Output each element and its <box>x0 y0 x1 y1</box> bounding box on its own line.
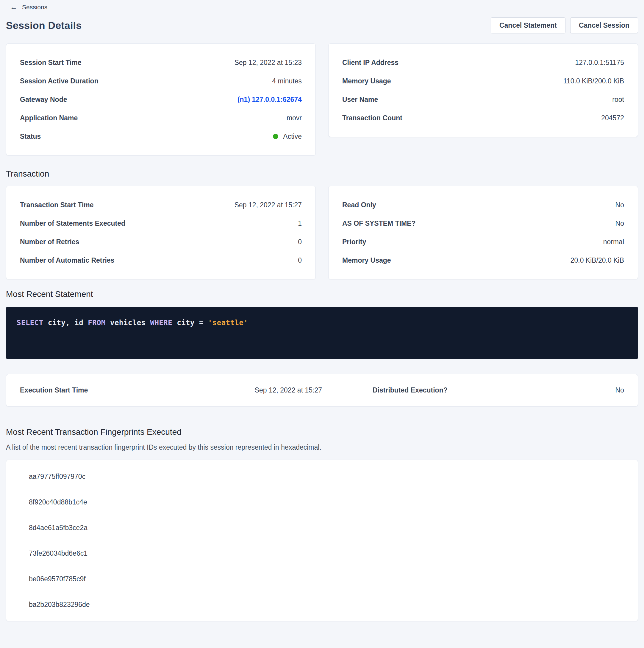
page-header: Session Details Cancel Statement Cancel … <box>6 17 638 33</box>
field-value: No <box>616 219 624 227</box>
sql-text: city = <box>172 319 208 327</box>
transaction-section-heading: Transaction <box>6 169 638 179</box>
session-info-card-left: Session Start Time Sep 12, 2022 at 15:23… <box>6 44 316 155</box>
table-row: Number of Retries 0 <box>20 232 302 251</box>
table-row: Memory Usage 110.0 KiB/200.0 KiB <box>342 72 624 90</box>
list-item: 8f920c40d88b1c4e <box>6 489 638 515</box>
field-value: root <box>612 96 624 104</box>
status-value: Active <box>283 132 302 141</box>
field-value: Sep 12, 2022 at 15:27 <box>165 386 322 394</box>
execution-info-card: Execution Start Time Sep 12, 2022 at 15:… <box>6 374 638 407</box>
field-label: Status <box>20 132 41 141</box>
sql-text: city, id <box>44 319 88 327</box>
field-value: No <box>616 201 624 209</box>
session-info-card-right: Client IP Address 127.0.0.1:51175 Memory… <box>328 44 638 137</box>
fingerprints-section-heading: Most Recent Transaction Fingerprints Exe… <box>6 427 638 437</box>
sql-statement-box: SELECT city, id FROM vehicles WHERE city… <box>6 307 638 359</box>
field-value: Sep 12, 2022 at 15:27 <box>235 201 302 209</box>
field-label: Priority <box>342 238 366 246</box>
field-label: Number of Statements Executed <box>20 219 125 227</box>
field-value: Sep 12, 2022 at 15:23 <box>235 59 302 67</box>
list-item: ba2b203b823296de <box>6 592 638 617</box>
cancel-statement-button[interactable]: Cancel Statement <box>491 17 566 33</box>
table-row: Gateway Node (n1) 127.0.0.1:62674 <box>20 90 302 109</box>
table-row: User Name root <box>342 90 624 109</box>
field-label: Memory Usage <box>342 256 391 264</box>
field-label: Number of Automatic Retries <box>20 256 114 264</box>
list-item: be06e9570f785c9f <box>6 566 638 592</box>
status-badge: Active <box>273 132 302 141</box>
page-title: Session Details <box>6 20 81 31</box>
table-row: Session Active Duration 4 minutes <box>20 72 302 90</box>
field-value: 20.0 KiB/20.0 KiB <box>571 256 624 264</box>
sql-string-literal: 'seattle' <box>208 319 248 327</box>
field-value: normal <box>603 238 624 246</box>
session-details-page: ← Sessions Session Details Cancel Statem… <box>0 0 644 630</box>
status-active-dot-icon <box>273 134 278 139</box>
field-label: Execution Start Time <box>20 386 165 394</box>
fingerprints-description: A list of the most recent transaction fi… <box>6 443 638 451</box>
table-row: Read Only No <box>342 196 624 214</box>
table-row: Memory Usage 20.0 KiB/20.0 KiB <box>342 251 624 270</box>
field-label: Application Name <box>20 114 78 122</box>
transaction-info-card-left: Transaction Start Time Sep 12, 2022 at 1… <box>6 186 316 279</box>
transaction-info-card-right: Read Only No AS OF SYSTEM TIME? No Prior… <box>328 186 638 279</box>
field-value: 110.0 KiB/200.0 KiB <box>563 77 624 85</box>
cancel-session-button[interactable]: Cancel Session <box>570 17 638 33</box>
sql-keyword: FROM <box>88 319 106 327</box>
table-row: Number of Automatic Retries 0 <box>20 251 302 270</box>
header-actions: Cancel Statement Cancel Session <box>491 17 638 33</box>
transaction-summary-row: Transaction Start Time Sep 12, 2022 at 1… <box>6 186 638 279</box>
field-label: AS OF SYSTEM TIME? <box>342 219 416 227</box>
field-value: 0 <box>298 256 302 264</box>
field-label: User Name <box>342 96 378 104</box>
table-row: Priority normal <box>342 232 624 251</box>
table-row: Transaction Start Time Sep 12, 2022 at 1… <box>20 196 302 214</box>
field-value: 0 <box>298 238 302 246</box>
back-to-sessions-link[interactable]: ← Sessions <box>6 3 49 11</box>
arrow-left-icon: ← <box>10 4 17 11</box>
field-value: 1 <box>298 219 302 227</box>
table-row: Session Start Time Sep 12, 2022 at 15:23 <box>20 53 302 72</box>
fingerprints-list-card: aa79775ff097970c 8f920c40d88b1c4e 8d4ae6… <box>6 460 638 621</box>
field-label: Session Active Duration <box>20 77 99 85</box>
most-recent-statement-heading: Most Recent Statement <box>6 289 638 299</box>
field-label: Read Only <box>342 201 376 209</box>
table-row: AS OF SYSTEM TIME? No <box>342 214 624 232</box>
field-label: Distributed Execution? <box>322 386 516 394</box>
table-row: Status Active <box>20 127 302 146</box>
table-row: Transaction Count 204572 <box>342 109 624 127</box>
field-label: Memory Usage <box>342 77 391 85</box>
session-summary-row: Session Start Time Sep 12, 2022 at 15:23… <box>6 44 638 155</box>
field-value: No <box>516 386 624 394</box>
gateway-node-link[interactable]: (n1) 127.0.0.1:62674 <box>237 96 302 104</box>
field-label: Number of Retries <box>20 238 79 246</box>
field-label: Gateway Node <box>20 96 67 104</box>
field-value: 4 minutes <box>272 77 302 85</box>
sql-keyword: WHERE <box>150 319 173 327</box>
sql-text: vehicles <box>106 319 150 327</box>
table-row: Client IP Address 127.0.0.1:51175 <box>342 53 624 72</box>
field-value: 204572 <box>601 114 624 122</box>
field-label: Transaction Start Time <box>20 201 94 209</box>
field-label: Client IP Address <box>342 59 399 67</box>
table-row: Application Name movr <box>20 109 302 127</box>
field-value: 127.0.0.1:51175 <box>575 59 624 67</box>
list-item: 73fe26034bd6e6c1 <box>6 540 638 566</box>
back-link-label: Sessions <box>22 4 47 11</box>
list-item: aa79775ff097970c <box>6 464 638 489</box>
field-label: Transaction Count <box>342 114 402 122</box>
field-value: movr <box>287 114 302 122</box>
field-label: Session Start Time <box>20 59 81 67</box>
list-item: 8d4ae61a5fb3ce2a <box>6 515 638 540</box>
sql-keyword: SELECT <box>17 319 44 327</box>
table-row: Number of Statements Executed 1 <box>20 214 302 232</box>
